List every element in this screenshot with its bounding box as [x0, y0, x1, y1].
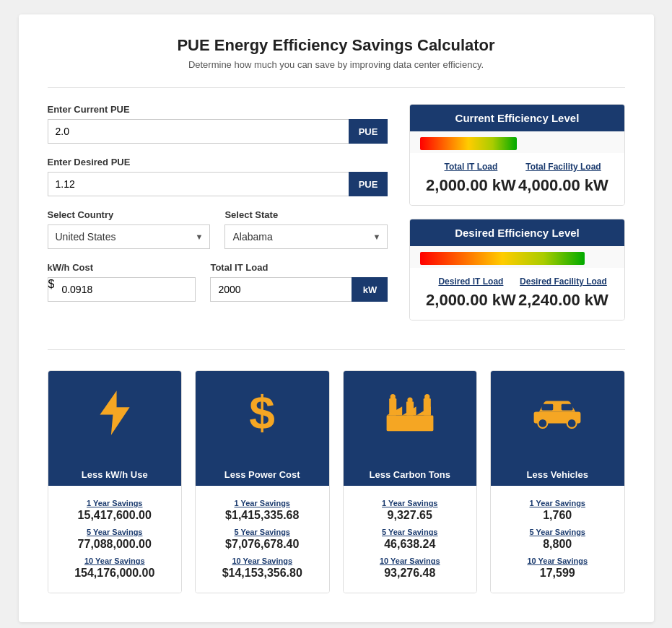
desired-facility-load-label: Desired Facility Load [518, 276, 608, 287]
svg-rect-6 [389, 398, 396, 416]
carbon-five-year-value: 46,638.24 [354, 538, 467, 551]
cost-card-body: 1 Year Savings $1,415,335.68 5 Year Savi… [196, 486, 329, 593]
desired-efficiency-values: Desired IT Load 2,000.00 kW Desired Faci… [410, 268, 624, 320]
vehicles-ten-year-value: 17,599 [501, 567, 614, 580]
kwh-ten-year-value: 154,176,000.00 [58, 567, 172, 580]
metric-card-carbon: Less Carbon Tons 1 Year Savings 9,327.65… [343, 370, 478, 593]
svg-point-9 [390, 394, 395, 399]
state-select[interactable]: Alabama Alaska Arizona Arkansas Californ… [224, 224, 388, 249]
svg-rect-13 [542, 404, 554, 411]
kwh-load-row: kW/h Cost $ Total IT Load kW [48, 262, 388, 302]
vehicles-one-year-label: 1 Year Savings [501, 499, 614, 507]
kwh-cost-label: kW/h Cost [48, 262, 196, 273]
current-pue-input[interactable] [48, 119, 349, 144]
desired-pue-unit: PUE [349, 172, 388, 196]
dollar-icon: $ [239, 387, 285, 448]
desired-efficiency-card: Desired Efficiency Level Desired IT Load… [409, 219, 624, 320]
factory-icon [384, 387, 436, 448]
kwh-five-year-label: 5 Year Savings [58, 528, 172, 536]
kwh-ten-year-label: 10 Year Savings [58, 557, 172, 565]
country-select-wrap: United States Canada United Kingdom [48, 224, 211, 249]
kwh-cost-group: $ [48, 277, 196, 302]
vehicles-one-year-value: 1,760 [501, 509, 614, 522]
kwh-cost-input[interactable] [54, 278, 195, 301]
current-efficiency-card: Current Efficiency Level Total IT Load 2… [409, 104, 624, 206]
carbon-one-year-value: 9,327.65 [354, 509, 467, 522]
svg-text:$: $ [249, 387, 275, 439]
carbon-five-year-label: 5 Year Savings [354, 528, 467, 536]
current-facility-load-label: Total Facility Load [518, 162, 608, 172]
svg-rect-8 [423, 398, 430, 416]
current-it-load-col: Total IT Load 2,000.00 kW [426, 162, 516, 195]
svg-point-10 [407, 397, 412, 402]
car-icon [531, 387, 583, 448]
country-field-wrap: Select Country United States Canada Unit… [48, 209, 211, 262]
page-title: PUE Energy Efficiency Savings Calculator [48, 36, 625, 55]
svg-rect-14 [562, 404, 573, 411]
current-gauge-wrap [410, 131, 624, 153]
current-pue-label: Enter Current PUE [48, 104, 388, 115]
current-pue-group: PUE [48, 119, 388, 144]
metric-card-vehicles: Less Vehicles 1 Year Savings 1,760 5 Yea… [490, 370, 625, 593]
it-load-unit: kW [352, 277, 388, 302]
it-load-field-wrap: Total IT Load kW [210, 262, 388, 302]
svg-marker-0 [100, 391, 129, 435]
top-divider [48, 87, 625, 88]
carbon-ten-year-label: 10 Year Savings [354, 557, 467, 565]
desired-pue-group: PUE [48, 172, 388, 196]
svg-rect-7 [406, 401, 414, 415]
desired-facility-load-col: Desired Facility Load 2,240.00 kW [518, 276, 608, 310]
svg-point-16 [567, 419, 577, 428]
country-state-row: Select Country United States Canada Unit… [48, 209, 388, 262]
bolt-icon [92, 387, 138, 448]
desired-gauge-bar [420, 252, 585, 265]
desired-efficiency-header: Desired Efficiency Level [410, 219, 624, 246]
carbon-card-body: 1 Year Savings 9,327.65 5 Year Savings 4… [344, 486, 477, 593]
metric-card-kwh: Less kW/h Use 1 Year Savings 15,417,600.… [48, 370, 183, 593]
current-facility-load-value: 4,000.00 kW [518, 176, 608, 195]
dollar-prefix: $ [48, 278, 55, 301]
vehicles-five-year-value: 8,800 [501, 538, 614, 551]
desired-pue-input[interactable] [48, 172, 349, 196]
bolt-icon-wrap [48, 371, 182, 463]
cost-five-year-label: 5 Year Savings [206, 528, 319, 536]
current-gauge-bar [420, 137, 517, 150]
top-section: Enter Current PUE PUE Enter Desired PUE … [48, 104, 625, 333]
current-it-load-label: Total IT Load [426, 162, 516, 172]
it-load-label: Total IT Load [210, 262, 388, 273]
cost-card-header: Less Power Cost [196, 463, 329, 486]
kwh-field-wrap: kW/h Cost $ [48, 262, 196, 302]
left-panel: Enter Current PUE PUE Enter Desired PUE … [48, 104, 388, 333]
country-select[interactable]: United States Canada United Kingdom [48, 224, 211, 249]
kwh-one-year-label: 1 Year Savings [58, 499, 172, 507]
car-icon-wrap [491, 371, 624, 463]
desired-pue-label: Enter Desired PUE [48, 157, 388, 167]
svg-rect-2 [386, 416, 433, 432]
current-facility-load-col: Total Facility Load 4,000.00 kW [518, 162, 608, 195]
cost-five-year-value: $7,076,678.40 [206, 538, 319, 551]
svg-point-15 [538, 419, 548, 428]
vehicles-card-header: Less Vehicles [491, 463, 624, 486]
cards-row: Less kW/h Use 1 Year Savings 15,417,600.… [48, 370, 625, 593]
current-it-load-value: 2,000.00 kW [426, 176, 516, 195]
vehicles-ten-year-label: 10 Year Savings [501, 557, 614, 565]
right-panel: Current Efficiency Level Total IT Load 2… [409, 104, 624, 333]
current-efficiency-values: Total IT Load 2,000.00 kW Total Facility… [410, 153, 624, 205]
carbon-card-header: Less Carbon Tons [344, 463, 477, 486]
it-load-input[interactable] [210, 277, 352, 302]
svg-point-11 [424, 394, 429, 399]
vehicles-card-body: 1 Year Savings 1,760 5 Year Savings 8,80… [491, 486, 624, 593]
kwh-five-year-value: 77,088,000.00 [58, 538, 172, 551]
desired-it-load-col: Desired IT Load 2,000.00 kW [426, 276, 516, 310]
desired-gauge-wrap [410, 246, 624, 268]
desired-facility-load-value: 2,240.00 kW [518, 291, 608, 310]
cost-one-year-value: $1,415,335.68 [206, 509, 319, 522]
carbon-ten-year-value: 93,276.48 [354, 567, 467, 580]
kwh-card-body: 1 Year Savings 15,417,600.00 5 Year Savi… [48, 486, 182, 593]
country-label: Select Country [48, 209, 211, 220]
bottom-divider [48, 349, 625, 350]
main-container: PUE Energy Efficiency Savings Calculator… [19, 14, 654, 622]
state-field-wrap: Select State Alabama Alaska Arizona Arka… [224, 209, 388, 262]
current-efficiency-header: Current Efficiency Level [410, 105, 624, 131]
page-subtitle: Determine how much you can save by impro… [48, 59, 625, 70]
